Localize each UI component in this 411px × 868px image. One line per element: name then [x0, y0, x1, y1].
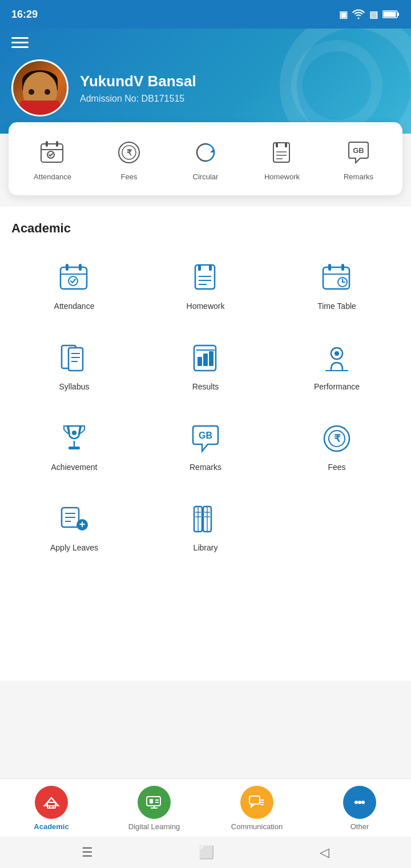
- quick-fees[interactable]: ₹ Fees: [103, 136, 155, 181]
- nav-academic-icon: [35, 786, 68, 819]
- svg-point-52: [72, 431, 76, 435]
- nav-communication-label: Communication: [231, 822, 283, 831]
- svg-text:GB: GB: [353, 146, 364, 155]
- svg-rect-21: [79, 264, 82, 271]
- svg-text:₹: ₹: [334, 433, 341, 444]
- quick-attendance[interactable]: Attendance: [27, 136, 78, 181]
- svg-marker-11: [210, 148, 214, 152]
- academic-attendance-icon: [56, 259, 93, 296]
- svg-rect-75: [147, 797, 160, 806]
- header-section: YukundV Bansal Admission No: DB171515: [0, 29, 411, 134]
- academic-homework[interactable]: Homework: [143, 250, 268, 319]
- quick-fees-label: Fees: [121, 172, 138, 181]
- quick-circular[interactable]: Circular: [180, 136, 231, 181]
- academic-fees[interactable]: ₹ Fees: [274, 411, 400, 480]
- hamburger-menu[interactable]: [11, 37, 29, 48]
- nav-academic-label: Academic: [34, 822, 68, 831]
- academic-syllabus-label: Syllabus: [59, 382, 90, 391]
- academic-results-label: Results: [192, 382, 219, 391]
- svg-rect-81: [249, 796, 260, 804]
- svg-rect-26: [209, 265, 212, 271]
- wifi-icon: [352, 9, 365, 19]
- svg-rect-43: [198, 357, 202, 366]
- academic-results[interactable]: Results: [143, 331, 268, 400]
- quick-menu-card: Attendance ₹ Fees Circular: [9, 122, 402, 195]
- academic-fees-icon: ₹: [319, 420, 356, 457]
- academic-achievement-label: Achievement: [51, 463, 98, 472]
- system-back-btn[interactable]: ◁: [320, 845, 329, 860]
- academic-section-title: Academic: [0, 207, 411, 244]
- academic-timetable-icon: [319, 259, 356, 296]
- academic-remarks[interactable]: GB Remarks: [143, 411, 268, 480]
- svg-rect-4: [46, 141, 48, 147]
- nav-other-icon: [343, 786, 376, 819]
- quick-remarks[interactable]: GB Remarks: [333, 136, 384, 181]
- svg-point-87: [361, 801, 365, 804]
- svg-rect-20: [66, 264, 68, 271]
- nav-other[interactable]: Other: [308, 779, 411, 837]
- academic-timetable[interactable]: Time Table: [274, 250, 400, 319]
- vibrate-icon: ▣: [339, 9, 348, 20]
- system-home-btn[interactable]: ⬜: [199, 845, 214, 860]
- academic-syllabus[interactable]: Syllabus: [11, 331, 137, 400]
- academic-performance-label: Performance: [314, 382, 360, 391]
- academic-attendance[interactable]: Attendance: [11, 250, 137, 319]
- status-bar: 16:29 ▣ ▤: [0, 0, 411, 29]
- quick-fees-icon: ₹: [114, 136, 145, 168]
- grid-empty: [274, 492, 400, 561]
- quick-homework[interactable]: Homework: [256, 136, 308, 181]
- academic-apply-leaves[interactable]: + Apply Leaves: [11, 492, 137, 561]
- bottom-navigation: Academic Digital Learning: [0, 778, 411, 837]
- svg-point-48: [335, 351, 339, 356]
- svg-point-85: [354, 801, 358, 804]
- nav-academic[interactable]: Academic: [0, 779, 103, 837]
- academic-library[interactable]: Library: [143, 492, 268, 561]
- academic-library-icon: [187, 500, 224, 537]
- academic-fees-label: Fees: [328, 463, 345, 472]
- svg-rect-31: [328, 264, 331, 271]
- nav-digital-learning-label: Digital Learning: [128, 822, 180, 831]
- svg-rect-1: [397, 13, 399, 16]
- academic-apply-leaves-icon: +: [56, 500, 93, 537]
- academic-performance-icon: [319, 339, 356, 376]
- admission-number: Admission No: DB171515: [80, 94, 196, 104]
- quick-remarks-label: Remarks: [344, 172, 373, 181]
- academic-remarks-icon: GB: [187, 420, 224, 457]
- academic-syllabus-icon: [56, 339, 93, 376]
- academic-library-label: Library: [194, 543, 218, 552]
- profile-section: YukundV Bansal Admission No: DB171515: [11, 59, 400, 116]
- academic-grid: Attendance Homework: [0, 244, 411, 566]
- svg-rect-32: [341, 264, 344, 271]
- quick-circular-label: Circular: [193, 172, 219, 181]
- nav-communication[interactable]: Communication: [206, 779, 308, 837]
- svg-text:₹: ₹: [127, 148, 132, 157]
- quick-remarks-icon: GB: [343, 136, 374, 168]
- svg-point-23: [68, 276, 78, 286]
- academic-achievement[interactable]: Achievement: [11, 411, 137, 480]
- nav-digital-learning[interactable]: Digital Learning: [103, 779, 206, 837]
- nav-communication-icon: [240, 786, 273, 819]
- academic-achievement-icon: [56, 420, 93, 457]
- svg-rect-45: [209, 351, 213, 366]
- system-navigation: ☰ ⬜ ◁: [0, 837, 411, 868]
- battery-icon: [382, 10, 400, 19]
- nav-digital-learning-icon: [138, 786, 171, 819]
- quick-attendance-label: Attendance: [34, 172, 71, 181]
- status-icons: ▣ ▤: [339, 9, 400, 20]
- svg-rect-51: [68, 447, 80, 449]
- time-display: 16:29: [11, 9, 38, 21]
- svg-rect-44: [203, 353, 208, 366]
- quick-homework-icon: [267, 136, 298, 168]
- avatar: [11, 59, 68, 116]
- academic-apply-leaves-label: Apply Leaves: [50, 543, 98, 552]
- quick-attendance-icon: [37, 136, 68, 168]
- svg-rect-2: [384, 12, 396, 17]
- academic-homework-label: Homework: [187, 302, 225, 311]
- system-menu-btn[interactable]: ☰: [82, 845, 93, 860]
- academic-timetable-label: Time Table: [317, 302, 356, 311]
- profile-info: YukundV Bansal Admission No: DB171515: [80, 73, 196, 104]
- svg-rect-38: [68, 348, 83, 371]
- svg-rect-13: [276, 143, 278, 147]
- academic-performance[interactable]: Performance: [274, 331, 400, 400]
- profile-name: YukundV Bansal: [80, 73, 196, 90]
